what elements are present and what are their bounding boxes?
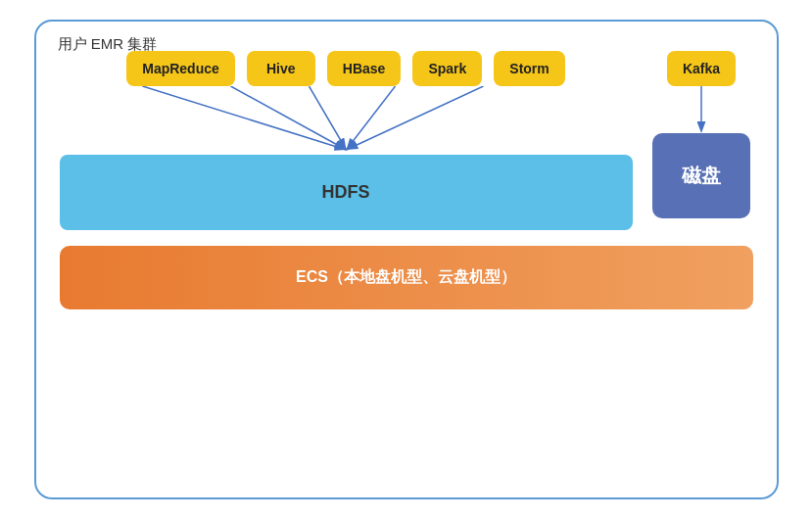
left-column: MapReduce Hive HBase Spark Storm [60, 51, 633, 230]
svg-line-2 [230, 86, 346, 150]
hbase-box: HBase [327, 51, 402, 86]
arrows-svg [60, 86, 633, 155]
kafka-arrow-svg [687, 86, 716, 133]
mapreduce-box: MapReduce [126, 51, 235, 86]
top-row: MapReduce Hive HBase Spark Storm [60, 51, 753, 230]
disk-box: 磁盘 [652, 133, 750, 218]
spark-box: Spark [412, 51, 482, 86]
right-column: Kafka 磁盘 [650, 51, 753, 218]
emr-cluster-label: 用户 EMR 集群 [58, 35, 158, 54]
main-layout: MapReduce Hive HBase Spark Storm [60, 41, 753, 478]
svg-line-1 [142, 86, 346, 150]
kafka-box: Kafka [667, 51, 736, 86]
ecs-bar: ECS（本地盘机型、云盘机型） [60, 246, 753, 309]
svg-line-4 [346, 86, 395, 150]
storm-box: Storm [494, 51, 564, 86]
emr-cluster-container: 用户 EMR 集群 MapReduce Hive HBase Spark Sto… [34, 20, 779, 499]
svg-line-5 [346, 86, 483, 150]
hive-box: Hive [247, 51, 315, 86]
service-boxes: MapReduce Hive HBase Spark Storm [60, 51, 633, 86]
hdfs-box: HDFS [60, 155, 633, 230]
